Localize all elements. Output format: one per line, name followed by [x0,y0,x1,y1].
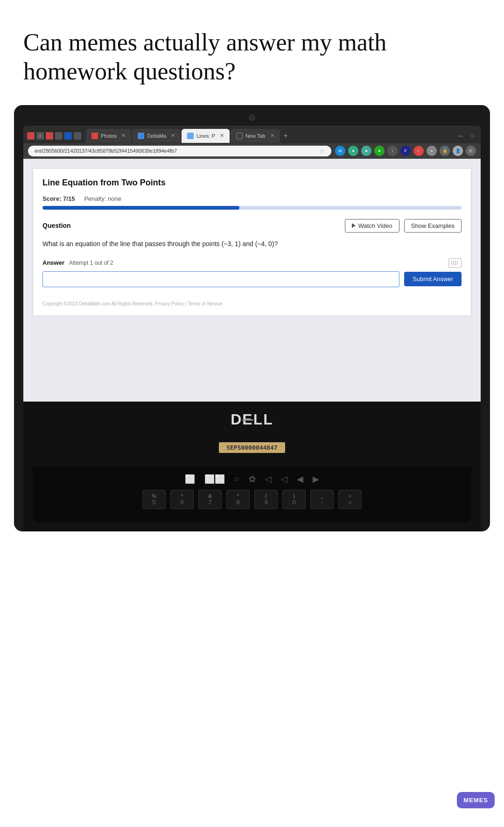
tab-close-newtab[interactable]: ✕ [270,133,274,139]
grid-icon[interactable]: ⊞ [466,146,476,156]
tab-label-deltamath: DeltaMa [147,133,166,139]
copyright-text: Copyright ©2023 DeltaMath.com All Rights… [42,301,462,306]
show-examples-label: Show Examples [411,222,455,229]
fn-key-7: ◀ [297,474,303,484]
question-text-content: What is an equation of the line that pas… [42,240,278,247]
key-5[interactable]: % 5 [142,490,166,509]
tab-close-photos[interactable]: ✕ [121,133,126,139]
ext-icon-3[interactable]: ● [361,146,371,156]
question-buttons: Watch Video Show Examples [345,219,462,233]
score-label: Score: 7/15 [42,195,75,202]
ext-icon-5[interactable]: i [387,146,398,156]
app-icon-3 [46,132,53,140]
app-icon-5 [64,132,72,140]
ext-icon-8[interactable]: ● [427,146,437,156]
laptop-container: ≡ Photos ✕ DeltaMa ✕ [14,105,490,531]
fn-key-row: ⬜ ⬜⬜ ○ ✿ ◁ ◁ ◀ ▶ [37,474,467,484]
app-icon-4 [55,132,63,140]
watch-video-label: Watch Video [358,222,392,229]
tab-lines[interactable]: Lines: P ✕ [182,129,230,143]
tab-label-newtab: New Tab [245,133,266,139]
deltamath-card: Line Equation from Two Points Score: 7/1… [33,168,471,316]
attempt-label: Attempt 1 out of 2 [69,260,113,266]
ext-icon-9[interactable]: 🔒 [440,146,450,156]
page-content: Line Equation from Two Points Score: 7/1… [23,159,481,402]
answer-input[interactable] [42,271,399,287]
play-icon [352,223,356,228]
service-tag: 5EPS0000044847 [219,442,285,453]
fn-key-3: ○ [234,474,239,484]
tab-label-photos: Photos [101,133,117,139]
browser-toolbar-icons: M ● ● ● i F C ● 🔒 👤 ⊞ [335,146,476,156]
fn-key-2: ⬜⬜ [204,474,225,484]
fn-key-1: ⬜ [185,474,195,484]
tab-deltamath[interactable]: DeltaMa ✕ [132,129,181,143]
tab-newtab[interactable]: New Tab ✕ [231,129,280,143]
deltamath-title: Line Equation from Two Points [42,178,462,188]
answer-label: Answer [42,259,64,266]
key-dash[interactable]: _ - [310,490,334,509]
question-label: Question [42,222,71,229]
key-6[interactable]: ^ 6 [170,490,194,509]
score-row: Score: 7/15 Penalty: none [42,195,462,202]
fn-key-6: ◁ [281,474,287,484]
ext-icon-6[interactable]: F [400,146,411,156]
keyboard-icon[interactable] [448,258,462,268]
progress-bar-fill [42,206,239,210]
fn-key-4: ✿ [249,474,256,484]
laptop-bottom: DELL 5EPS0000044847 ⬜ ⬜⬜ ○ ✿ ◁ ◁ ◀ ▶ [23,402,481,531]
minimize-button[interactable]: — [455,132,466,139]
address-bar-row: ent/2805600/21420137/43c85878b52f4415490… [23,143,481,159]
key-plus[interactable]: + = [338,490,362,509]
memes-badge: MEMES [457,792,495,808]
key-9[interactable]: ( 9 [254,490,278,509]
tab-close-deltamath[interactable]: ✕ [171,133,175,139]
ext-icon-7[interactable]: C [413,146,424,156]
answer-row: Answer Attempt 1 out of 2 [42,258,462,268]
tab-photos[interactable]: Photos ✕ [86,129,131,143]
new-tab-button[interactable]: + [281,132,291,140]
number-key-row: % 5 ^ 6 & 7 * 8 [37,490,467,509]
progress-bar [42,206,462,210]
ext-icon-2[interactable]: ● [348,146,358,156]
ext-icon-4[interactable]: ● [374,146,385,156]
dell-logo: DELL [33,411,471,428]
browser-chrome: ≡ Photos ✕ DeltaMa ✕ [23,126,481,402]
question-row: Question Watch Video Show Examples [42,219,462,233]
show-examples-button[interactable]: Show Examples [404,219,462,233]
tab-icon-newtab [236,133,243,139]
tab-label-lines: Lines: P [196,133,215,139]
page-wrapper: Can memes actually answer my math homewo… [0,0,504,827]
maximize-button[interactable]: □ [469,132,477,139]
page-title: Can memes actually answer my math homewo… [23,28,481,86]
tab-icon-lines [187,133,194,139]
tab-bar: ≡ Photos ✕ DeltaMa ✕ [23,126,481,143]
app-icon-2: ≡ [36,132,44,140]
keyboard-icon-inner [451,261,459,265]
submit-answer-button[interactable]: Submit Answer [404,272,462,286]
tab-icon-deltamath [138,133,144,139]
address-bar[interactable]: ent/2805600/21420137/43c85878b52f4415490… [28,146,331,156]
app-icon-1 [27,132,35,140]
bookmark-star-icon[interactable]: ☆ [319,148,325,155]
tab-icon-photos [91,133,98,139]
keyboard-area: ⬜ ⬜⬜ ○ ✿ ◁ ◁ ◀ ▶ % 5 ^ [33,467,471,522]
key-8[interactable]: * 8 [226,490,250,509]
title-area: Can memes actually answer my math homewo… [0,0,504,100]
key-7[interactable]: & 7 [198,490,222,509]
url-text: ent/2805600/21420137/43c85878b52f4415490… [35,148,316,154]
webcam-dot [249,114,255,121]
app-icon-6 [74,132,81,140]
tab-close-lines[interactable]: ✕ [220,133,224,139]
ext-icon-1[interactable]: M [335,146,345,156]
question-text: What is an equation of the line that pas… [42,239,462,249]
fn-key-5: ◁ [265,474,272,484]
fn-key-8: ▶ [313,474,319,484]
watch-video-button[interactable]: Watch Video [345,219,399,233]
profile-icon[interactable]: 👤 [453,146,463,156]
key-0[interactable]: ) 0 [282,490,306,509]
penalty-label: Penalty: none [84,195,121,202]
answer-input-row: Submit Answer [42,271,462,287]
